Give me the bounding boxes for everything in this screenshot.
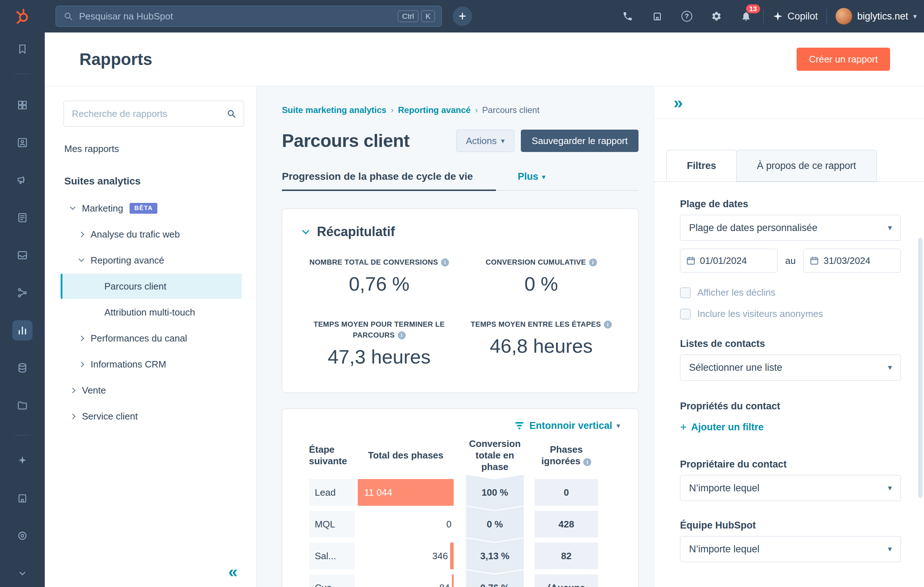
breadcrumb-link-advanced-reporting[interactable]: Reporting avancé	[398, 105, 470, 115]
tab-lifecycle-progression[interactable]: Progression de la phase de cycle de vie	[282, 169, 496, 191]
rail-item-more[interactable]	[12, 563, 33, 584]
rail-item-workspaces[interactable]	[12, 95, 33, 115]
tree-label: Service client	[82, 411, 138, 422]
select-value: N’importe lequel	[689, 544, 888, 555]
funnel-bar[interactable]	[452, 574, 454, 587]
rail-item-data[interactable]	[12, 358, 33, 378]
tree-item-customer-journey[interactable]: Parcours client	[61, 274, 242, 299]
summary-card: Récapitulatif NOMBRE TOTAL DE CONVERSION…	[282, 209, 639, 393]
scrollbar[interactable]	[918, 238, 922, 498]
marketplace-button[interactable]	[648, 8, 666, 25]
megaphone-icon	[16, 174, 28, 186]
tree-label: Vente	[82, 385, 106, 396]
contact-owner-select[interactable]: N’importe lequel ▾	[680, 475, 901, 501]
calling-button[interactable]	[619, 8, 636, 25]
notification-badge: 13	[746, 4, 760, 13]
help-button[interactable]: ?	[678, 8, 696, 25]
copilot-button[interactable]: Copilot	[772, 11, 818, 22]
folder-icon	[16, 400, 28, 411]
reports-search[interactable]	[64, 101, 244, 127]
funnel-view-selector[interactable]: Entonnoir vertical ▾	[282, 418, 638, 433]
rail-item-content[interactable]	[12, 208, 33, 228]
settings-button[interactable]	[708, 8, 725, 25]
tree-item-advanced-reporting[interactable]: Reporting avancé	[61, 248, 242, 273]
total-value: 0	[447, 519, 452, 530]
info-icon[interactable]: i	[589, 258, 597, 266]
chevron-right-icon	[79, 361, 84, 367]
total-cell: 0	[358, 511, 454, 537]
funnel-bar[interactable]: 11 044	[358, 479, 454, 506]
filters-tabbar: Filtres À propos de ce rapport	[654, 150, 924, 182]
expand-panel-icon[interactable]: »	[673, 94, 683, 111]
tree-item-channel-performance[interactable]: Performances du canal	[61, 326, 242, 351]
metric-cumulative-conversion: CONVERSION CUMULATIVEi 0 %	[460, 257, 622, 295]
report-title: Parcours client	[282, 130, 456, 151]
checkbox[interactable]	[680, 309, 691, 319]
chevron-down-icon: ▾	[888, 224, 892, 232]
column-header-skipped: Phases ignoréesi	[535, 444, 598, 467]
sidebar-item-my-reports[interactable]: Mes rapports	[64, 143, 256, 154]
ctrl-key: Ctrl	[398, 10, 418, 22]
account-name: biglytics.net	[857, 11, 908, 22]
date-end-input[interactable]: 31/03/2024	[804, 249, 901, 273]
tree-item-crm-insights[interactable]: Informations CRM	[61, 352, 242, 377]
reports-search-input[interactable]	[72, 108, 226, 119]
add-filter-button[interactable]: + Ajouter un filtre	[680, 421, 901, 433]
checkbox-show-declines[interactable]: Afficher les déclins	[680, 287, 901, 298]
notifications-button[interactable]: 13	[738, 8, 755, 25]
rail-item-automations[interactable]	[12, 283, 33, 303]
date-range-select[interactable]: Plage de dates personnalisée ▾	[680, 215, 901, 241]
rail-item-bookmarks[interactable]	[12, 40, 33, 58]
info-icon[interactable]: i	[398, 331, 406, 339]
rail-item-commerce[interactable]	[12, 245, 33, 265]
contact-lists-select[interactable]: Sélectionner une liste ▾	[680, 354, 901, 380]
collapse-panel-icon[interactable]: «	[228, 563, 238, 580]
collapse-section-icon[interactable]	[302, 227, 309, 234]
tree-label: Informations CRM	[91, 359, 167, 370]
checkbox[interactable]	[680, 288, 691, 298]
divider	[15, 74, 30, 74]
rail-item-reporting[interactable]	[12, 320, 33, 341]
storefront-icon	[652, 11, 663, 21]
tab-about-report[interactable]: À propos de ce rapport	[736, 150, 877, 182]
date-range-inputs: 01/01/2024 au 31/03/2024	[680, 249, 901, 273]
global-search-input[interactable]	[79, 11, 398, 22]
rail-item-crm[interactable]	[12, 132, 33, 153]
rail-item-marketing[interactable]	[12, 170, 33, 190]
account-menu[interactable]: biglytics.net ▾	[836, 8, 917, 25]
info-icon[interactable]: i	[583, 458, 591, 466]
save-report-button[interactable]: Sauvegarder le rapport	[521, 130, 639, 152]
breadcrumb-separator: ›	[475, 105, 478, 115]
rail-item-marketplace[interactable]	[12, 488, 33, 508]
create-button[interactable]: +	[453, 7, 472, 26]
tree-item-marketing[interactable]: Marketing BÊTA	[61, 196, 242, 221]
column-header-stage: Étape suivante	[309, 444, 355, 467]
rail-item-library[interactable]	[12, 395, 33, 415]
info-icon[interactable]: i	[604, 321, 612, 329]
tree-item-multi-touch[interactable]: Attribution multi-touch	[61, 299, 242, 325]
tree-item-sales[interactable]: Vente	[61, 378, 242, 403]
tree-item-web-traffic[interactable]: Analyse du trafic web	[61, 222, 242, 247]
tree-item-customer-service[interactable]: Service client	[61, 403, 242, 429]
total-cell: 84	[358, 574, 454, 587]
create-report-button[interactable]: Créer un rapport	[797, 48, 890, 71]
rail-item-guides[interactable]	[12, 526, 33, 546]
tree-label: Performances du canal	[91, 333, 187, 344]
checkbox-include-anonymous[interactable]: Inclure les visiteurs anonymes	[680, 308, 901, 319]
info-icon[interactable]: i	[441, 258, 449, 266]
date-start-input[interactable]: 01/01/2024	[680, 249, 777, 273]
hubspot-team-select[interactable]: N’importe lequel ▾	[680, 536, 901, 562]
breadcrumb-link-suite[interactable]: Suite marketing analytics	[282, 105, 386, 115]
funnel-table: Étape suivante Total des phases Conversi…	[282, 433, 638, 587]
tab-more[interactable]: Plus ▾	[518, 171, 545, 190]
conversion-cell: 100 %	[466, 475, 524, 510]
rail-item-ai[interactable]	[12, 451, 33, 471]
actions-button[interactable]: Actions ▾	[456, 130, 514, 152]
global-search[interactable]: Ctrl K	[56, 6, 442, 27]
chevron-right-icon	[79, 231, 84, 237]
table-row: Lead 11 044 100 % 0	[309, 479, 597, 506]
database-icon	[16, 362, 28, 374]
tab-filters[interactable]: Filtres	[666, 150, 737, 182]
hubspot-logo[interactable]	[0, 8, 45, 25]
funnel-bar[interactable]	[450, 542, 454, 569]
